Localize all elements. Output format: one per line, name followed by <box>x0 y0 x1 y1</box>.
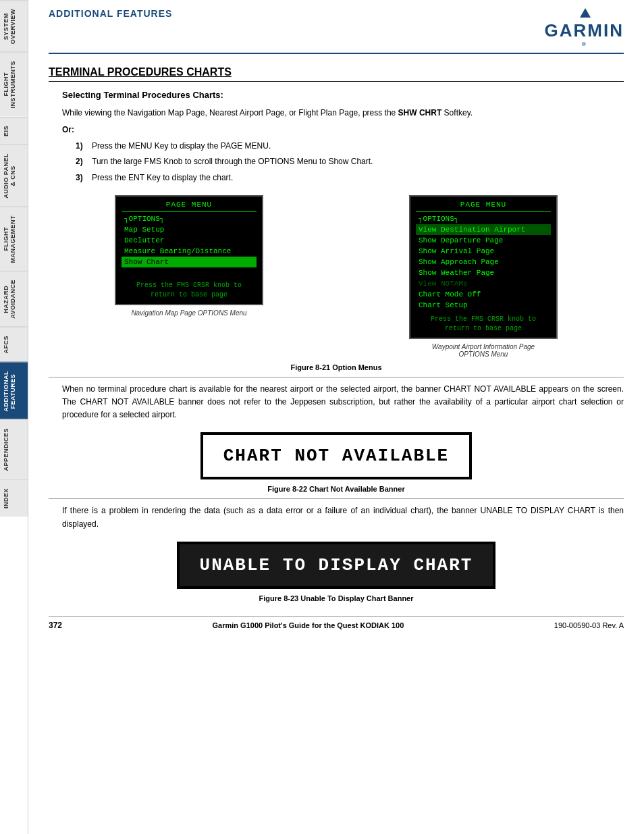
sub-heading: Selecting Terminal Procedures Charts: <box>62 90 624 100</box>
section-title: TERMINAL PROCEDURES CHARTS <box>49 66 624 82</box>
intro-text: While viewing the Navigation Map Page, N… <box>62 107 624 120</box>
step-1-text: Press the MENU Key to display the PAGE M… <box>92 140 271 153</box>
right-menu-view-dest: View Destination Airport <box>416 224 551 235</box>
right-menu-show-weather: Show Weather Page <box>416 267 551 278</box>
chart-not-available-banner: CHART NOT AVAILABLE <box>200 432 472 479</box>
numbered-steps: 1) Press the MENU Key to display the PAG… <box>76 140 624 184</box>
left-menu-screen: PAGE MENU ┐OPTIONS┐ Map Setup Declutter … <box>115 195 263 305</box>
left-menu-footer: Press the FMS CRSR knob toreturn to base… <box>122 281 257 300</box>
sidebar-tab-index[interactable]: INDEX <box>0 479 28 517</box>
chart-not-available-text: When no terminal procedure chart is avai… <box>62 383 624 422</box>
right-menu-screen: PAGE MENU ┐OPTIONS┐ View Destination Air… <box>409 195 558 339</box>
chart-not-available-banner-container: CHART NOT AVAILABLE Figure 8-22 Chart No… <box>49 432 624 493</box>
right-menu-title: PAGE MENU <box>416 201 551 209</box>
left-menu-map-setup: Map Setup <box>122 224 257 235</box>
page-header: ADDITIONAL FEATURES GARMIN ® <box>49 0 624 54</box>
figure-21-label: Figure 8-21 Option Menus <box>49 363 624 371</box>
right-menu-divider <box>416 211 551 212</box>
step-1: 1) Press the MENU Key to display the PAG… <box>76 140 624 153</box>
sidebar-tab-afcs[interactable]: AFCS <box>0 327 28 362</box>
footer-part-number: 190-00590-03 Rev. A <box>554 621 624 629</box>
right-menu-show-arr: Show Arrival Page <box>416 246 551 257</box>
header-title: ADDITIONAL FEATURES <box>49 8 172 19</box>
sidebar-tab-additional-features[interactable]: ADDITIONALFEATURES <box>0 362 28 420</box>
left-menu-title: PAGE MENU <box>122 201 257 209</box>
left-menu-declutter: Declutter <box>122 235 257 246</box>
step-2-text: Turn the large FMS Knob to scroll throug… <box>92 155 373 168</box>
step-2-num: 2) <box>76 155 86 168</box>
unable-to-display-banner: UNABLE TO DISPLAY CHART <box>177 542 496 589</box>
sidebar-tab-flight-management[interactable]: FLIGHTMANAGEMENT <box>0 207 28 271</box>
right-menu-show-dep: Show Departure Page <box>416 235 551 246</box>
step-1-num: 1) <box>76 140 86 153</box>
right-menu-chart-mode: Chart Mode Off <box>416 289 551 300</box>
garmin-triangle-icon <box>580 8 591 18</box>
garmin-logo-text: GARMIN <box>545 20 624 41</box>
figure-right: PAGE MENU ┐OPTIONS┐ View Destination Air… <box>409 195 558 358</box>
unable-to-display-text: If there is a problem in rendering the d… <box>62 504 624 530</box>
right-menu-footer: Press the FMS CRSR knob toreturn to base… <box>416 315 551 334</box>
right-menu-view-notams: View NOTAMs <box>416 278 551 289</box>
right-menu-options-label: ┐OPTIONS┐ <box>416 213 551 224</box>
left-menu-show-chart: Show Chart <box>122 257 257 267</box>
divider-1 <box>49 377 624 377</box>
sidebar: SYSTEMOVERVIEW FLIGHTINSTRUMENTS EIS AUD… <box>0 0 28 834</box>
garmin-logo: GARMIN ® <box>545 8 624 47</box>
figure-22-label: Figure 8-22 Chart Not Available Banner <box>267 485 404 493</box>
right-menu-chart-setup: Chart Setup <box>416 300 551 311</box>
divider-2 <box>49 498 624 499</box>
left-menu-divider <box>122 211 257 212</box>
sidebar-tab-appendices[interactable]: APPENDICES <box>0 419 28 479</box>
sidebar-tab-eis[interactable]: EIS <box>0 117 28 145</box>
main-content: ADDITIONAL FEATURES GARMIN ® TERMINAL PR… <box>28 0 644 644</box>
figures-row: PAGE MENU ┐OPTIONS┐ Map Setup Declutter … <box>49 195 624 358</box>
sidebar-tab-flight-instruments[interactable]: FLIGHTINSTRUMENTS <box>0 52 28 117</box>
footer-page-number: 372 <box>49 621 62 630</box>
right-figure-caption: Waypoint Airport Information Page OPTION… <box>416 343 551 358</box>
sidebar-tab-audio-panel[interactable]: AUDIO PANEL& CNS <box>0 145 28 207</box>
unable-to-display-banner-container: UNABLE TO DISPLAY CHART Figure 8-23 Unab… <box>49 542 624 602</box>
or-label: Or: <box>62 125 624 134</box>
left-menu-measure: Measure Bearing/Distance <box>122 246 257 257</box>
left-menu-options-label: ┐OPTIONS┐ <box>122 213 257 224</box>
figure-23-label: Figure 8-23 Unable To Display Chart Bann… <box>259 594 413 602</box>
figure-left: PAGE MENU ┐OPTIONS┐ Map Setup Declutter … <box>115 195 263 317</box>
footer-title: Garmin G1000 Pilot's Guide for the Quest… <box>213 621 404 629</box>
right-menu-show-app: Show Approach Page <box>416 257 551 267</box>
step-2: 2) Turn the large FMS Knob to scroll thr… <box>76 155 624 168</box>
garmin-registered: ® <box>582 41 587 47</box>
step-3: 3) Press the ENT Key to display the char… <box>76 172 624 184</box>
page-footer: 372 Garmin G1000 Pilot's Guide for the Q… <box>49 616 624 630</box>
left-figure-caption: Navigation Map Page OPTIONS Menu <box>131 309 246 317</box>
sidebar-tab-hazard-avoidance[interactable]: HAZARDAVOIDANCE <box>0 271 28 327</box>
step-3-num: 3) <box>76 172 86 184</box>
step-3-text: Press the ENT Key to display the chart. <box>92 172 233 184</box>
sidebar-tab-system-overview[interactable]: SYSTEMOVERVIEW <box>0 0 28 52</box>
